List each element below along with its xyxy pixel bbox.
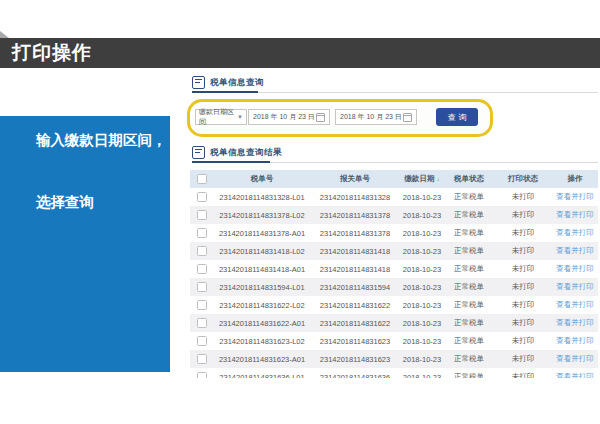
column-header-status: 税单状态 — [444, 174, 494, 184]
row-checkbox-cell — [190, 192, 214, 202]
row-checkbox[interactable] — [197, 318, 207, 328]
table-header-row: 税单号 报关单号 缴款日期↓ 税单状态 打印状态 操作 — [190, 170, 598, 188]
document-result-icon — [192, 146, 205, 159]
view-and-print-link[interactable]: 查看并打印 — [552, 372, 598, 378]
results-section-title: 税单信息查询结果 — [210, 147, 282, 159]
view-and-print-link[interactable]: 查看并打印 — [552, 192, 598, 202]
declaration-number-cell: 23142018114831636 — [310, 373, 400, 379]
table-row: 23142018114831623-L02 23142018114831623 … — [190, 332, 598, 350]
payment-date-cell: 2018-10-23 — [400, 211, 444, 220]
row-checkbox[interactable] — [197, 354, 207, 364]
column-header-bill-no: 税单号 — [214, 174, 310, 184]
select-all-cell — [190, 174, 214, 184]
bill-number-cell: 23142018114831418-L02 — [214, 247, 310, 256]
bill-status-cell: 正常税单 — [444, 264, 494, 274]
query-button[interactable]: 查询 — [436, 108, 478, 126]
tab-underline — [192, 161, 270, 163]
view-and-print-link[interactable]: 查看并打印 — [552, 264, 598, 274]
bill-status-cell: 正常税单 — [444, 336, 494, 346]
view-and-print-link[interactable]: 查看并打印 — [552, 336, 598, 346]
select-all-checkbox[interactable] — [197, 174, 207, 184]
row-checkbox[interactable] — [197, 246, 207, 256]
view-and-print-link[interactable]: 查看并打印 — [552, 354, 598, 364]
app-screenshot: 税单信息查询 缴款日期区间 ▼ 2018 年 10 月 23 日 2018 年 … — [185, 70, 600, 380]
view-and-print-link[interactable]: 查看并打印 — [552, 300, 598, 310]
row-checkbox-cell — [190, 300, 214, 310]
bill-status-cell: 正常税单 — [444, 318, 494, 328]
bill-number-cell: 23142018114831623-A01 — [214, 355, 310, 364]
bill-number-cell: 23142018114831594-L01 — [214, 283, 310, 292]
date-range-dropdown[interactable]: 缴款日期区间 ▼ — [195, 109, 247, 125]
table-row: 23142018114831636-L01 23142018114831636 … — [190, 368, 598, 378]
slide-banner: 打印操作 — [0, 38, 600, 68]
sort-down-icon: ↓ — [436, 175, 439, 182]
query-section-title: 税单信息查询 — [210, 77, 264, 89]
payment-date-cell: 2018-10-23 — [400, 265, 444, 274]
payment-date-cell: 2018-10-23 — [400, 319, 444, 328]
column-header-decl-no: 报关单号 — [310, 174, 400, 184]
declaration-number-cell: 23142018114831378 — [310, 229, 400, 238]
bill-number-cell: 23142018114831623-L02 — [214, 337, 310, 346]
row-checkbox-cell — [190, 318, 214, 328]
print-status-cell: 未打印 — [494, 210, 552, 220]
bill-status-cell: 正常税单 — [444, 210, 494, 220]
payment-date-cell: 2018-10-23 — [400, 229, 444, 238]
bill-status-cell: 正常税单 — [444, 372, 494, 378]
row-checkbox[interactable] — [197, 336, 207, 346]
bill-number-cell: 23142018114831636-L01 — [214, 373, 310, 379]
table-row: 23142018114831622-L02 23142018114831622 … — [190, 296, 598, 314]
declaration-number-cell: 23142018114831418 — [310, 247, 400, 256]
table-row: 23142018114831378-L02 23142018114831378 … — [190, 206, 598, 224]
print-status-cell: 未打印 — [494, 354, 552, 364]
row-checkbox-cell — [190, 336, 214, 346]
print-status-cell: 未打印 — [494, 318, 552, 328]
view-and-print-link[interactable]: 查看并打印 — [552, 318, 598, 328]
payment-date-cell: 2018-10-23 — [400, 283, 444, 292]
payment-date-cell: 2018-10-23 — [400, 247, 444, 256]
table-row: 23142018114831623-A01 23142018114831623 … — [190, 350, 598, 368]
results-section-header: 税单信息查询结果 — [192, 146, 282, 159]
instruction-line-1: 输入缴款日期区间， — [36, 131, 167, 150]
print-status-cell: 未打印 — [494, 372, 552, 378]
table-row: 23142018114831418-L02 23142018114831418 … — [190, 242, 598, 260]
view-and-print-link[interactable]: 查看并打印 — [552, 246, 598, 256]
row-checkbox[interactable] — [197, 282, 207, 292]
row-checkbox-cell — [190, 246, 214, 256]
payment-date-cell: 2018-10-23 — [400, 373, 444, 379]
row-checkbox[interactable] — [197, 300, 207, 310]
row-checkbox[interactable] — [197, 372, 207, 378]
calendar-icon[interactable] — [403, 113, 412, 122]
declaration-number-cell: 23142018114831378 — [310, 211, 400, 220]
bill-number-cell: 23142018114831328-L01 — [214, 193, 310, 202]
row-checkbox[interactable] — [197, 264, 207, 274]
row-checkbox-cell — [190, 264, 214, 274]
row-checkbox[interactable] — [197, 210, 207, 220]
view-and-print-link[interactable]: 查看并打印 — [552, 228, 598, 238]
instruction-line-2: 选择查询 — [36, 193, 94, 212]
declaration-number-cell: 23142018114831622 — [310, 319, 400, 328]
instruction-panel: 输入缴款日期区间， 选择查询 — [0, 116, 170, 372]
payment-date-cell: 2018-10-23 — [400, 301, 444, 310]
declaration-number-cell: 23142018114831594 — [310, 283, 400, 292]
date-to-value: 2018 年 10 月 23 日 — [340, 112, 402, 122]
view-and-print-link[interactable]: 查看并打印 — [552, 210, 598, 220]
date-from-value: 2018 年 10 月 23 日 — [253, 112, 315, 122]
page-title: 打印操作 — [0, 40, 92, 66]
results-table: 税单号 报关单号 缴款日期↓ 税单状态 打印状态 操作 231420181148… — [190, 170, 598, 378]
chevron-down-icon: ▼ — [237, 114, 243, 120]
bill-status-cell: 正常税单 — [444, 246, 494, 256]
calendar-icon[interactable] — [316, 113, 325, 122]
row-checkbox[interactable] — [197, 192, 207, 202]
declaration-number-cell: 23142018114831328 — [310, 193, 400, 202]
row-checkbox[interactable] — [197, 228, 207, 238]
print-status-cell: 未打印 — [494, 246, 552, 256]
print-status-cell: 未打印 — [494, 300, 552, 310]
column-header-action: 操作 — [552, 174, 598, 184]
print-status-cell: 未打印 — [494, 336, 552, 346]
table-row: 23142018114831418-A01 23142018114831418 … — [190, 260, 598, 278]
column-header-date[interactable]: 缴款日期↓ — [400, 174, 444, 184]
date-from-input[interactable]: 2018 年 10 月 23 日 — [248, 109, 330, 125]
view-and-print-link[interactable]: 查看并打印 — [552, 282, 598, 292]
date-to-input[interactable]: 2018 年 10 月 23 日 — [335, 109, 417, 125]
bill-number-cell: 23142018114831622-A01 — [214, 319, 310, 328]
